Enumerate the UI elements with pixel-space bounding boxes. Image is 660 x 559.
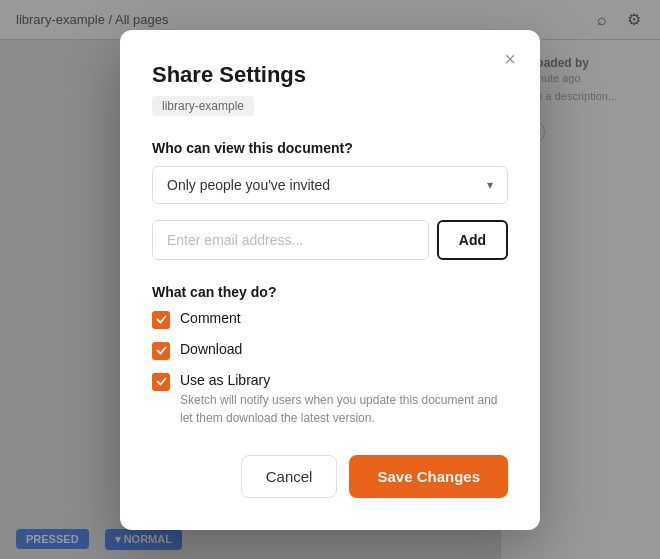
- share-settings-modal: × Share Settings library-example Who can…: [120, 30, 540, 530]
- download-label: Download: [180, 341, 242, 357]
- modal-title: Share Settings: [152, 62, 508, 88]
- library-description: Sketch will notify users when you update…: [180, 391, 508, 427]
- what-section: What can they do? Comment: [152, 284, 508, 427]
- who-label: Who can view this document?: [152, 140, 508, 156]
- comment-label-group: Comment: [180, 310, 241, 326]
- dropdown-value: Only people you've invited: [167, 177, 330, 193]
- modal-subtitle-badge: library-example: [152, 96, 254, 116]
- chevron-down-icon: ▾: [487, 178, 493, 192]
- comment-checkbox-item: Comment: [152, 310, 508, 329]
- modal-footer: Cancel Save Changes: [152, 455, 508, 498]
- cancel-button[interactable]: Cancel: [241, 455, 338, 498]
- what-label: What can they do?: [152, 284, 508, 300]
- download-checkbox[interactable]: [152, 342, 170, 360]
- library-checkbox[interactable]: [152, 373, 170, 391]
- library-label-group: Use as Library Sketch will notify users …: [180, 372, 508, 427]
- modal-overlay: × Share Settings library-example Who can…: [0, 0, 660, 559]
- visibility-dropdown[interactable]: Only people you've invited ▾: [152, 166, 508, 204]
- comment-label: Comment: [180, 310, 241, 326]
- add-email-button[interactable]: Add: [437, 220, 508, 260]
- download-label-group: Download: [180, 341, 242, 357]
- close-button[interactable]: ×: [496, 46, 524, 74]
- comment-checkbox[interactable]: [152, 311, 170, 329]
- download-checkbox-item: Download: [152, 341, 508, 360]
- library-checkbox-item: Use as Library Sketch will notify users …: [152, 372, 508, 427]
- email-row: Add: [152, 220, 508, 260]
- save-changes-button[interactable]: Save Changes: [349, 455, 508, 498]
- email-input[interactable]: [152, 220, 429, 260]
- library-label: Use as Library: [180, 372, 508, 388]
